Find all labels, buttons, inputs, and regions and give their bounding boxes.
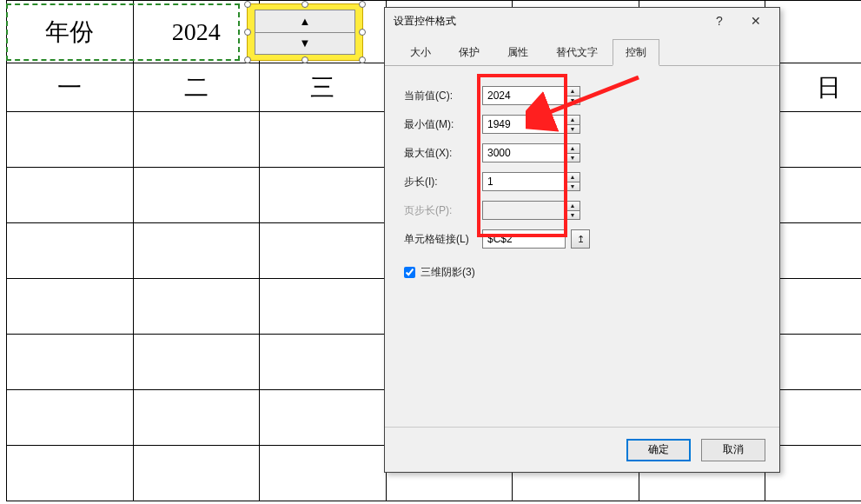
spin-down-icon[interactable]: ▼ (565, 182, 580, 192)
spinner-down-button[interactable]: ▼ (255, 33, 354, 55)
cell-link-input[interactable] (482, 229, 566, 249)
dialog-footer: 确定 取消 (385, 427, 779, 472)
cell[interactable] (133, 390, 260, 446)
max-value-input[interactable] (482, 143, 566, 162)
cell-link-label: 单元格链接(L) (404, 232, 482, 247)
cell[interactable] (260, 446, 387, 501)
close-icon: ✕ (751, 14, 761, 28)
spin-down-icon: ▼ (565, 210, 580, 221)
cell[interactable] (7, 335, 134, 390)
cell[interactable] (260, 112, 387, 168)
ok-button[interactable]: 确定 (626, 439, 691, 461)
cell-year-value[interactable]: 2024 (133, 1, 260, 63)
min-value-input[interactable] (482, 115, 566, 134)
spin-down-icon[interactable]: ▼ (565, 96, 580, 106)
cancel-button[interactable]: 取消 (701, 439, 765, 461)
resize-handle[interactable] (359, 56, 366, 63)
cell[interactable] (133, 168, 260, 223)
resize-handle[interactable] (359, 1, 366, 8)
cell[interactable] (7, 446, 134, 501)
spin-up-icon[interactable]: ▲ (565, 115, 580, 124)
range-picker-button[interactable]: ↥ (571, 229, 590, 249)
spin-up-icon: ▲ (565, 201, 580, 210)
tab-alttext[interactable]: 替代文字 (543, 39, 611, 65)
spin-up-icon[interactable]: ▲ (565, 172, 580, 182)
step-input[interactable] (482, 172, 566, 191)
current-value-input[interactable] (482, 86, 566, 105)
spinner-control[interactable]: ▲ ▼ (247, 3, 363, 61)
spin-down-icon[interactable]: ▼ (565, 124, 580, 135)
format-control-dialog: 设置控件格式 ? ✕ 大小 保护 属性 替代文字 控制 当前值(C): ▲ ▼ … (384, 7, 780, 473)
cell[interactable] (7, 390, 134, 446)
current-value-label: 当前值(C): (404, 89, 482, 103)
3d-shadow-label: 三维阴影(3) (421, 265, 475, 280)
cell[interactable] (7, 112, 134, 168)
resize-handle[interactable] (244, 56, 251, 63)
range-picker-icon: ↥ (577, 234, 585, 245)
tab-properties[interactable]: 属性 (494, 39, 541, 65)
cell-weekday[interactable]: 一 (7, 63, 134, 112)
cell[interactable] (7, 223, 134, 279)
cell[interactable] (260, 223, 387, 279)
cell[interactable] (133, 446, 260, 501)
resize-handle[interactable] (301, 56, 308, 63)
tab-size[interactable]: 大小 (397, 39, 444, 65)
cell[interactable] (7, 279, 134, 335)
help-button[interactable]: ? (701, 10, 738, 32)
cell-weekday[interactable]: 二 (133, 63, 260, 112)
resize-handle[interactable] (359, 29, 366, 36)
pagestep-input (482, 201, 566, 220)
cell[interactable] (260, 390, 387, 446)
min-value-label: 最小值(M): (404, 117, 482, 132)
cell[interactable] (260, 279, 387, 335)
max-value-label: 最大值(X): (404, 146, 482, 161)
spin-buttons: ▲ ▼ (565, 86, 580, 105)
cell[interactable] (260, 168, 387, 223)
dialog-title: 设置控件格式 (394, 14, 456, 29)
cell-year-label[interactable]: 年份 (7, 1, 134, 63)
3d-shadow-checkbox[interactable] (404, 267, 415, 278)
tab-protect[interactable]: 保护 (446, 39, 493, 65)
cell-weekday[interactable]: 三 (260, 63, 387, 112)
resize-handle[interactable] (244, 1, 251, 8)
spinner-up-button[interactable]: ▲ (255, 10, 354, 33)
dialog-tabs: 大小 保护 属性 替代文字 控制 (385, 34, 779, 66)
cell[interactable] (133, 335, 260, 390)
cell[interactable] (133, 112, 260, 168)
spin-down-icon[interactable]: ▼ (565, 153, 580, 163)
help-icon: ? (716, 14, 723, 28)
resize-handle[interactable] (301, 1, 308, 8)
cell[interactable] (133, 223, 260, 279)
cell[interactable] (7, 168, 134, 223)
triangle-down-icon: ▼ (300, 36, 311, 50)
tab-control[interactable]: 控制 (613, 39, 659, 66)
cell[interactable] (133, 279, 260, 335)
cell[interactable] (260, 335, 387, 390)
triangle-up-icon: ▲ (300, 15, 311, 28)
spin-up-icon[interactable]: ▲ (565, 86, 580, 96)
resize-handle[interactable] (244, 29, 251, 36)
step-label: 步长(I): (404, 175, 482, 189)
close-button[interactable]: ✕ (738, 10, 774, 32)
pagestep-label: 页步长(P): (404, 203, 482, 218)
dialog-titlebar[interactable]: 设置控件格式 ? ✕ (385, 8, 779, 34)
spin-up-icon[interactable]: ▲ (565, 143, 580, 153)
dialog-body: 当前值(C): ▲ ▼ 最小值(M): ▲▼ 最大值(X): ▲▼ 步长(I):… (385, 66, 779, 427)
